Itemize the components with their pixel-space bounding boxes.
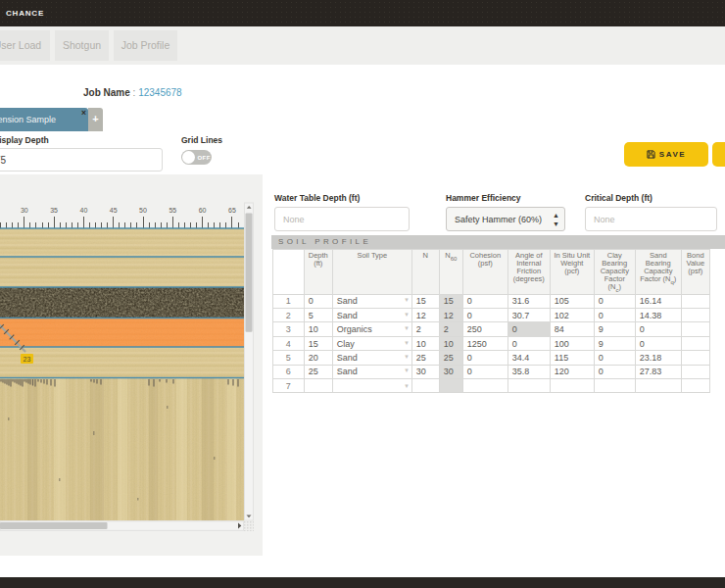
svg-text:50: 50 bbox=[139, 207, 147, 214]
svg-text:45: 45 bbox=[110, 207, 118, 214]
svg-text:30: 30 bbox=[21, 207, 28, 214]
svg-text:40: 40 bbox=[80, 207, 88, 214]
svg-text:55: 55 bbox=[169, 207, 176, 214]
svg-text:65: 65 bbox=[228, 207, 236, 214]
svg-text:60: 60 bbox=[199, 207, 207, 214]
svg-text:23: 23 bbox=[24, 356, 31, 363]
svg-text:35: 35 bbox=[50, 207, 58, 214]
